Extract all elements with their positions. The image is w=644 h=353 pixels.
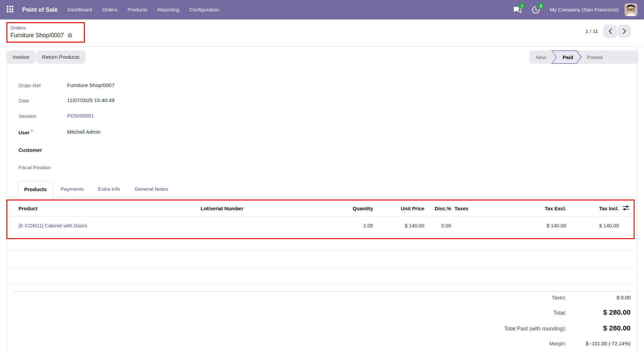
column-header-taxes[interactable]: Taxes — [451, 201, 503, 216]
column-header-tax-incl[interactable]: Tax Incl. — [566, 201, 619, 216]
session-label: Session — [18, 113, 67, 119]
tab-products[interactable]: Products — [18, 181, 53, 197]
navbar-systray: 7 5 My Company (San Francisco) — [512, 3, 644, 16]
totals-total-row: Total: $ 280.00 — [329, 308, 631, 316]
apps-menu-icon[interactable] — [7, 6, 15, 14]
cell-taxes — [451, 216, 503, 234]
tab-general-notes[interactable]: General Notes — [134, 181, 169, 197]
form-statusbar-row: Invoice Return Products New Paid Posted — [0, 46, 644, 64]
user-label: User? — [18, 129, 67, 135]
breadcrumb-current: Furniture Shop/0007 — [10, 32, 64, 39]
status-step-new[interactable]: New — [531, 54, 551, 60]
pager-previous-button[interactable] — [603, 25, 617, 38]
annotation-box-products-table: Product Lot/serial Number Quantity Unit … — [6, 200, 635, 239]
main-menu: Dashboard Orders Products Reporting Conf… — [62, 0, 224, 19]
order-lines-table: Product Lot/serial Number Quantity Unit … — [7, 201, 634, 235]
taxes-total-label: Taxes: — [552, 295, 566, 300]
messages-badge: 7 — [519, 3, 525, 9]
company-switcher[interactable]: My Company (San Francisco) — [550, 7, 619, 13]
empty-row-divider — [6, 250, 637, 250]
field-user: User? Mitchell Admin — [18, 128, 101, 136]
column-header-tax-excl[interactable]: Tax Excl. — [503, 201, 566, 216]
empty-row-divider — [6, 267, 637, 267]
control-panel: Orders Furniture Shop/0007 ⚙ 1 / 11 — [0, 19, 644, 46]
column-header-product[interactable]: Product — [7, 201, 201, 216]
menu-orders[interactable]: Orders — [97, 0, 122, 19]
column-header-unit-price[interactable]: Unit Price — [373, 201, 424, 216]
total-paid-label: Total Paid (with rounding): — [504, 326, 566, 332]
user-value: Mitchell Admin — [67, 129, 101, 135]
totals-margin-row: Margin: $ -101.00 (-72.14%) — [329, 341, 631, 346]
cell-discount: 0.00 — [424, 216, 451, 234]
breadcrumb-orders-link[interactable]: Orders — [10, 25, 26, 31]
table-row[interactable]: [E-COM11] Cabinet with Doors 2.00 $ 140.… — [7, 216, 634, 234]
pager-next-button[interactable] — [618, 25, 631, 38]
menu-reporting[interactable]: Reporting — [152, 0, 184, 19]
total-label: Total: — [553, 310, 566, 316]
margin-label: Margin: — [549, 341, 566, 346]
cell-lot — [201, 216, 309, 234]
margin-value: $ -101.00 (-72.14%) — [566, 341, 631, 346]
fiscal-position-label: Fiscal Position — [18, 165, 67, 170]
annotation-box-breadcrumb: Orders Furniture Shop/0007 ⚙ — [6, 22, 85, 43]
field-customer: Customer — [18, 146, 67, 154]
chevron-right-icon — [623, 28, 626, 34]
cell-quantity: 2.00 — [309, 216, 373, 234]
user-avatar[interactable] — [625, 3, 637, 16]
return-products-button[interactable]: Return Products — [36, 50, 86, 64]
taxes-total-value: $ 0.00 — [566, 295, 631, 300]
column-header-quantity[interactable]: Quantity — [309, 201, 373, 216]
menu-configuration[interactable]: Configuration — [184, 0, 224, 19]
activities-badge: 5 — [538, 3, 544, 9]
order-ref-value: Furniture Shop/0007 — [67, 82, 114, 88]
tab-extra-info[interactable]: Extra Info — [97, 181, 121, 197]
cell-unit-price: $ 140.00 — [373, 216, 424, 234]
activities-button[interactable]: 5 — [531, 5, 541, 15]
cell-tax-incl: $ 140.00 — [566, 216, 619, 234]
chevron-left-icon — [608, 28, 612, 34]
action-menu-gear-icon[interactable]: ⚙ — [67, 33, 73, 39]
date-value: 11/07/2025 15:40:49 — [67, 97, 114, 103]
column-header-discount[interactable]: Disc.% — [424, 201, 451, 216]
status-step-paid-active[interactable]: Paid — [551, 50, 582, 64]
optional-columns-icon[interactable] — [622, 205, 634, 212]
totals-separator — [13, 291, 631, 292]
column-header-lot[interactable]: Lot/serial Number — [201, 201, 309, 216]
top-navbar: Point of Sale Dashboard Orders Products … — [0, 0, 644, 19]
tab-payments[interactable]: Payments — [60, 181, 84, 197]
status-step-posted[interactable]: Posted — [582, 54, 608, 60]
total-value: $ 280.00 — [566, 308, 631, 316]
date-label: Date — [18, 98, 67, 103]
session-link[interactable]: POS/00001 — [67, 113, 94, 119]
app-name-menu[interactable]: Point of Sale — [22, 6, 58, 13]
totals-paid-row: Total Paid (with rounding): $ 280.00 — [329, 324, 631, 332]
pager-value[interactable]: 1 / 11 — [585, 28, 598, 34]
totals-taxes-row: Taxes: $ 0.00 — [329, 295, 631, 300]
help-question-icon[interactable]: ? — [31, 129, 33, 133]
empty-row-divider — [6, 284, 637, 284]
cell-tax-excl: $ 140.00 — [503, 216, 566, 234]
messages-button[interactable]: 7 — [512, 5, 522, 15]
order-ref-label: Order Ref — [18, 83, 67, 88]
field-fiscal-position: Fiscal Position — [18, 163, 67, 171]
total-paid-value: $ 280.00 — [566, 324, 631, 332]
field-date: Date 11/07/2025 15:40:49 — [18, 96, 114, 104]
invoice-button[interactable]: Invoice — [7, 50, 35, 64]
status-pipeline: New Paid Posted — [529, 50, 639, 64]
menu-dashboard[interactable]: Dashboard — [62, 0, 97, 19]
field-session: Session POS/00001 — [18, 112, 94, 120]
odoo-pos-order-form: Point of Sale Dashboard Orders Products … — [0, 0, 644, 353]
table-header-row: Product Lot/serial Number Quantity Unit … — [7, 201, 634, 216]
record-pager: 1 / 11 — [585, 25, 631, 38]
menu-products[interactable]: Products — [122, 0, 152, 19]
customer-label: Customer — [18, 147, 67, 153]
field-order-ref: Order Ref Furniture Shop/0007 — [18, 81, 114, 89]
product-link[interactable]: [E-COM11] Cabinet with Doors — [18, 223, 87, 228]
